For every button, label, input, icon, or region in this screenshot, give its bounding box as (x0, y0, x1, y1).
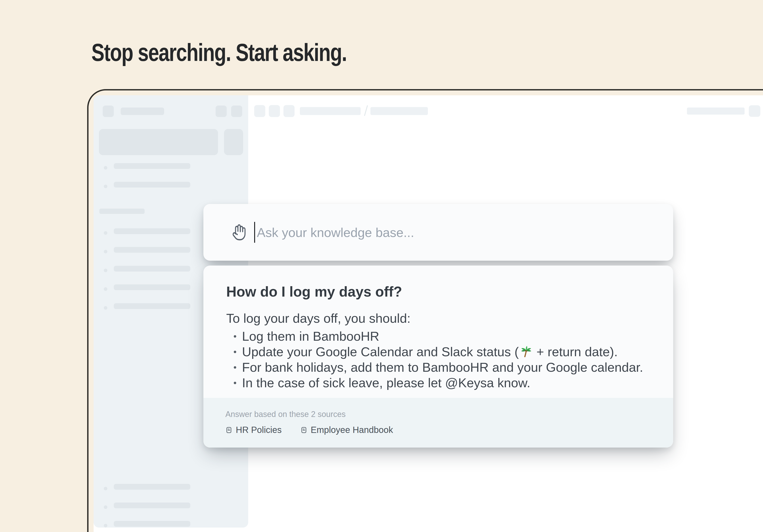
sources-label: Answer based on these 2 sources (225, 409, 673, 419)
bullet-text-before: Update your Google Calendar and Slack st… (242, 344, 519, 359)
bullet-icon (104, 306, 107, 310)
bullet-icon (104, 250, 107, 253)
bullet-text: For bank holidays, add them to BambooHR … (242, 360, 643, 375)
answer-bullet-list: Log them in BambooHR Update your Google … (226, 328, 653, 391)
workspace-logo-skeleton (103, 106, 114, 117)
toolbar-icon-skeleton (269, 105, 280, 117)
answer-body: How do I log my days off? To log your da… (203, 266, 673, 398)
sidebar-nav-item-skeleton (114, 182, 190, 188)
answer-bullet: In the case of sick leave, please let @K… (226, 375, 653, 391)
source-link-employee-handbook[interactable]: Employee Handbook (300, 425, 393, 435)
source-label: Employee Handbook (311, 425, 393, 435)
toolbar-icon-skeleton (254, 105, 265, 117)
palm-tree-emoji (520, 346, 532, 358)
bullet-dot-icon (234, 335, 236, 338)
answer-question: How do I log my days off? (226, 283, 653, 301)
sidebar-nav-item-skeleton (114, 266, 190, 272)
bullet-icon (104, 524, 107, 527)
answer-card: How do I log my days off? To log your da… (203, 266, 673, 448)
sidebar-nav-item-skeleton (114, 484, 190, 490)
bullet-icon (104, 269, 107, 272)
sidebar-search-skeleton (99, 129, 218, 155)
sidebar-icon-button-skeleton (216, 106, 227, 117)
ask-search-bar[interactable]: Ask your knowledge base... (203, 204, 673, 261)
bullet-icon (104, 287, 107, 291)
bullet-text-after: + return date). (533, 344, 618, 359)
answer-sources-footer: Answer based on these 2 sources HR Polic… (203, 398, 673, 448)
source-link-hr-policies[interactable]: HR Policies (225, 425, 282, 435)
bullet-icon (104, 231, 107, 235)
sidebar-nav-item-skeleton (114, 247, 190, 253)
bullet-icon (104, 166, 107, 170)
bullet-icon (104, 505, 107, 509)
raised-hand-icon (232, 223, 246, 241)
answer-bullet: Update your Google Calendar and Slack st… (226, 344, 653, 360)
answer-bullet: Log them in BambooHR (226, 328, 653, 344)
page: Stop searching. Start asking. (0, 0, 763, 532)
sidebar-icon-button-skeleton (231, 106, 242, 117)
document-icon (300, 426, 307, 434)
text-cursor (254, 222, 255, 243)
bullet-text: Update your Google Calendar and Slack st… (242, 344, 618, 360)
toolbar-icon-skeleton (283, 105, 294, 117)
ask-input-placeholder[interactable]: Ask your knowledge base... (257, 225, 414, 240)
sidebar-nav-item-skeleton (114, 521, 190, 527)
topbar-right-label-skeleton (687, 108, 745, 115)
bullet-text: In the case of sick leave, please let @K… (242, 375, 530, 391)
sidebar-nav-item-skeleton (114, 163, 190, 169)
source-label: HR Policies (236, 425, 282, 435)
sidebar-nav-item-skeleton (114, 303, 190, 309)
sidebar-section-label-skeleton (99, 209, 145, 214)
breadcrumb-segment-skeleton (300, 107, 361, 115)
bullet-icon (104, 185, 107, 188)
bullet-dot-icon (234, 382, 236, 384)
breadcrumb-segment-skeleton (371, 107, 428, 115)
page-title: Stop searching. Start asking. (91, 38, 347, 67)
sidebar-nav-item-skeleton (114, 502, 190, 508)
bullet-icon (104, 487, 107, 490)
sidebar-nav-item-skeleton (114, 228, 190, 234)
document-icon (225, 426, 232, 434)
answer-bullet: For bank holidays, add them to BambooHR … (226, 360, 653, 375)
topbar-right-button-skeleton (749, 105, 760, 117)
answer-intro: To log your days off, you should: (226, 310, 653, 326)
breadcrumb-slash (364, 105, 368, 116)
sidebar-nav-item-skeleton (114, 284, 190, 290)
bullet-dot-icon (234, 351, 236, 353)
sources-row: HR Policies Employee Handbook (225, 425, 673, 435)
workspace-name-skeleton (121, 108, 164, 115)
sidebar-new-button-skeleton (224, 129, 243, 155)
bullet-text: Log them in BambooHR (242, 328, 379, 344)
bullet-dot-icon (234, 366, 236, 369)
